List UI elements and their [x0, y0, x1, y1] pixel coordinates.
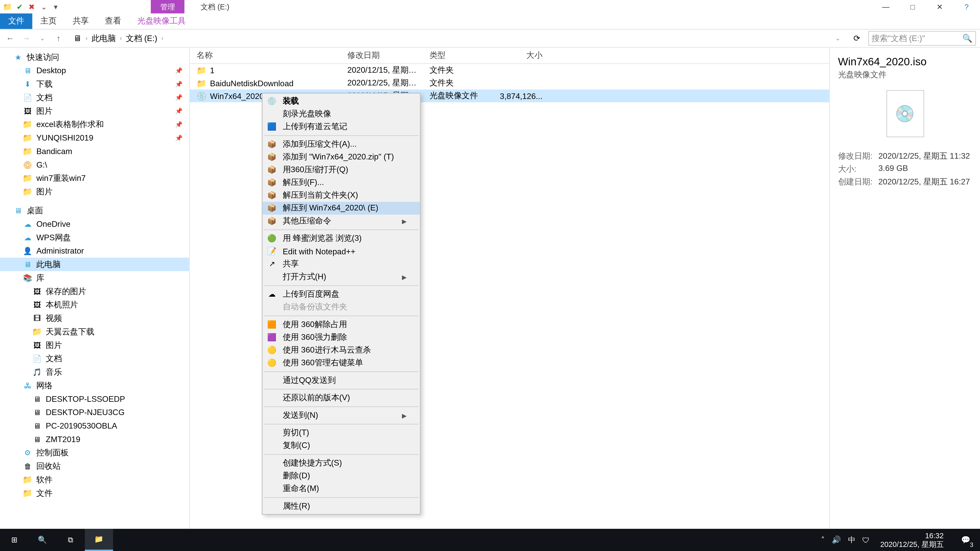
nav-desktop[interactable]: Desktop📌 — [0, 64, 189, 78]
clock[interactable]: 16:32 2020/12/25, 星期五 — [876, 532, 948, 548]
checkmark-icon[interactable]: ✔ — [15, 2, 24, 11]
minimize-button[interactable]: — — [872, 0, 899, 14]
nav-files[interactable]: 文件 — [0, 486, 189, 500]
ime-indicator[interactable]: 中 — [848, 535, 856, 545]
menu-item[interactable]: ☁上传到百度网盘 — [262, 288, 420, 301]
nav-desktop-section[interactable]: 桌面 — [0, 204, 189, 218]
menu-item[interactable]: 属性(R) — [262, 500, 420, 513]
nav-gdrive[interactable]: G:\ — [0, 158, 189, 171]
dropdown-icon[interactable]: ⌄ — [39, 2, 48, 11]
nav-pc4[interactable]: ZMT2019 — [0, 433, 189, 446]
menu-item[interactable]: 发送到(N)▶ — [262, 409, 420, 422]
navigation-tree[interactable]: ★快速访问 Desktop📌 下载📌 文档📌 图片📌 excel表格制作求和📌 … — [0, 48, 190, 536]
nav-savedpics[interactable]: 保存的图片 — [0, 285, 189, 298]
menu-item[interactable]: 剪切(T) — [262, 427, 420, 439]
nav-pc3[interactable]: PC-20190530OBLA — [0, 419, 189, 433]
nav-quick-access[interactable]: ★快速访问 — [0, 51, 189, 64]
nav-yunqishi[interactable]: YUNQISHI2019📌 — [0, 131, 189, 144]
nav-excel[interactable]: excel表格制作求和📌 — [0, 118, 189, 131]
nav-documents2[interactable]: 文档 — [0, 352, 189, 365]
menu-item[interactable]: 复制(C) — [262, 439, 420, 452]
nav-software[interactable]: 软件 — [0, 473, 189, 486]
menu-item[interactable]: 🟢用 蜂蜜浏览器 浏览(3) — [262, 232, 420, 245]
nav-videos[interactable]: 视频 — [0, 311, 189, 325]
nav-bandicam[interactable]: Bandicam — [0, 144, 189, 158]
breadcrumb-location[interactable]: 文档 (E:) — [126, 33, 157, 44]
menu-item[interactable]: 通过QQ发送到 — [262, 374, 420, 387]
tab-view[interactable]: 查看 — [97, 14, 129, 29]
explorer-taskbar-button[interactable]: 📁 — [85, 529, 113, 551]
menu-item[interactable]: 💿装载 — [262, 95, 420, 108]
menu-item[interactable]: 🟦上传到有道云笔记 — [262, 121, 420, 133]
start-button[interactable]: ⊞ — [0, 529, 28, 551]
tray-overflow-icon[interactable]: ˄ — [821, 535, 825, 544]
nav-pictures3[interactable]: 图片 — [0, 338, 189, 352]
nav-recycle[interactable]: 回收站 — [0, 459, 189, 473]
nav-tianyi[interactable]: 天翼云盘下载 — [0, 325, 189, 338]
nav-pc1[interactable]: DESKTOP-LSSOEDP — [0, 392, 189, 406]
nav-pictures2[interactable]: 图片 — [0, 185, 189, 198]
nav-this-pc[interactable]: 此电脑 — [0, 258, 189, 271]
menu-item[interactable]: 📦用360压缩打开(Q) — [262, 164, 420, 176]
col-size[interactable]: 大小 — [491, 50, 549, 61]
maximize-button[interactable]: □ — [899, 0, 926, 14]
nav-network[interactable]: 网络 — [0, 379, 189, 392]
chevron-right-icon[interactable]: › — [86, 35, 88, 41]
chevron-right-icon[interactable]: › — [161, 35, 163, 41]
file-row[interactable]: 📁12020/12/15, 星期二 1...文件夹 — [190, 64, 829, 77]
forward-button[interactable]: → — [20, 34, 32, 43]
nav-onedrive[interactable]: OneDrive — [0, 218, 189, 231]
tab-home[interactable]: 主页 — [32, 14, 65, 29]
nav-wps[interactable]: WPS网盘 — [0, 231, 189, 245]
nav-cameraroll[interactable]: 本机照片 — [0, 298, 189, 311]
nav-admin[interactable]: Administrator — [0, 244, 189, 258]
nav-cpanel[interactable]: 控制面板 — [0, 446, 189, 460]
menu-item[interactable]: 🟡使用 360管理右键菜单 — [262, 357, 420, 369]
breadcrumb-root[interactable]: 此电脑 — [92, 33, 116, 44]
menu-item[interactable]: 刻录光盘映像 — [262, 108, 420, 121]
search-button[interactable]: 🔍 — [28, 529, 57, 551]
help-button[interactable]: ? — [953, 0, 980, 14]
menu-item[interactable]: 📦添加到 "Win7x64_2020.zip" (T) — [262, 151, 420, 164]
col-name[interactable]: 名称 — [190, 50, 341, 61]
nav-libraries[interactable]: 库 — [0, 271, 189, 285]
menu-item[interactable]: 📦解压到 Win7x64_2020\ (E) — [262, 202, 420, 214]
up-button[interactable]: ↑ — [52, 34, 65, 43]
recent-dropdown[interactable]: ⌄ — [36, 35, 48, 41]
nav-documents[interactable]: 文档📌 — [0, 91, 189, 104]
qat-overflow-icon[interactable]: ▾ — [51, 2, 60, 11]
file-row[interactable]: 📁BaiduNetdiskDownload2020/12/25, 星期五 1..… — [190, 77, 829, 89]
nav-music[interactable]: 音乐 — [0, 365, 189, 379]
nav-win7re[interactable]: win7重装win7 — [0, 171, 189, 185]
nav-pictures[interactable]: 图片📌 — [0, 104, 189, 118]
notification-button[interactable]: 💬3 — [955, 529, 977, 551]
menu-item[interactable]: 删除(D) — [262, 470, 420, 483]
menu-item[interactable]: 打开方式(H)▶ — [262, 270, 420, 283]
nav-downloads[interactable]: 下载📌 — [0, 77, 189, 91]
menu-item[interactable]: 创建快捷方式(S) — [262, 457, 420, 470]
menu-item[interactable]: 🟡使用 360进行木马云查杀 — [262, 344, 420, 357]
system-tray[interactable]: ˄ 🔊 中 🛡 16:32 2020/12/25, 星期五 💬3 — [821, 529, 980, 551]
menu-item[interactable]: ↗共享 — [262, 258, 420, 270]
taskview-button[interactable]: ⧉ — [57, 529, 85, 551]
breadcrumb[interactable]: 🖥 › 此电脑 › 文档 (E:) › ⌄ — [68, 31, 845, 46]
back-button[interactable]: ← — [4, 34, 16, 43]
menu-item[interactable]: 🟧使用 360解除占用 — [262, 318, 420, 331]
security-icon[interactable]: 🛡 — [862, 536, 870, 544]
menu-item[interactable]: 📦解压到当前文件夹(X) — [262, 189, 420, 202]
tab-share[interactable]: 共享 — [65, 14, 97, 29]
menu-item[interactable]: 📦解压到(F)... — [262, 176, 420, 189]
tab-iso-tools[interactable]: 光盘映像工具 — [129, 14, 194, 29]
delete-icon[interactable]: ✖ — [27, 2, 36, 11]
tab-file[interactable]: 文件 — [0, 14, 32, 29]
search-icon[interactable]: 🔍 — [963, 34, 973, 43]
taskbar[interactable]: ⊞ 🔍 ⧉ 📁 ˄ 🔊 中 🛡 16:32 2020/12/25, 星期五 💬3 — [0, 529, 980, 551]
menu-item[interactable]: 🟪使用 360强力删除 — [262, 331, 420, 344]
menu-item[interactable]: 重命名(M) — [262, 483, 420, 495]
menu-item[interactable]: 📦添加到压缩文件(A)... — [262, 138, 420, 151]
column-headers[interactable]: 名称 修改日期 类型 大小 — [190, 48, 829, 64]
search-input[interactable]: 搜索"文档 (E:)" 🔍 — [868, 31, 976, 46]
col-type[interactable]: 类型 — [423, 50, 491, 61]
menu-item[interactable]: 还原以前的版本(V) — [262, 392, 420, 404]
refresh-button[interactable]: ⟳ — [850, 34, 864, 43]
